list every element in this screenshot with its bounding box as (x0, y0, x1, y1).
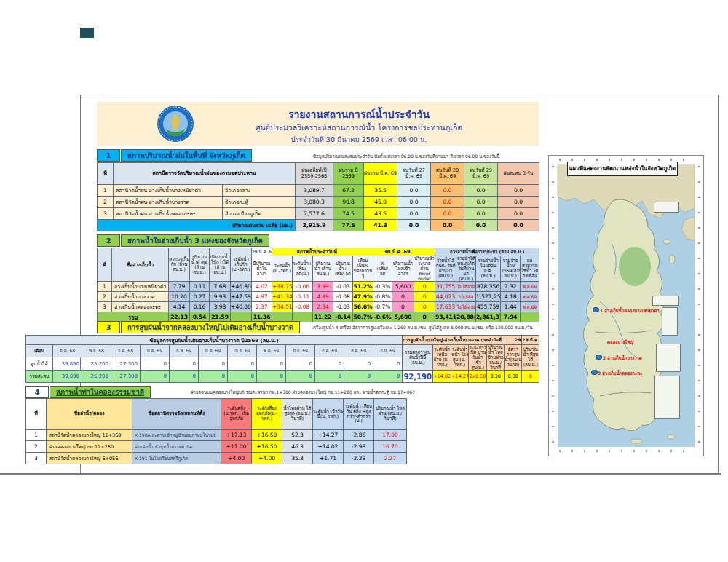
col-header: มิ.ย. 69 (286, 345, 315, 357)
phuket-map-graphic (549, 156, 703, 456)
col-header: มีปริมาณน้ำในอ่างฯ (252, 256, 272, 282)
col-header: เทียบเป็น% ของความจุ (353, 256, 373, 282)
table-cell: 1,527,257 (476, 292, 501, 302)
table-cell: อ่างเก็บน้ำบางเหนียวดำ (112, 282, 169, 292)
table-cell: 35.5 (364, 185, 397, 197)
table-cell: 0 (257, 371, 286, 383)
map-inset-box (654, 376, 680, 419)
table-cell: 1.44 (501, 302, 521, 312)
rainfall-table-head: ที่ สถานีตรวจวัดปริมาณน้ำฝนของกรมชลประทา… (98, 163, 539, 185)
table-cell: 4.18 (501, 292, 521, 302)
section1-number: 1 (97, 149, 120, 162)
table-cell: 67.2 (333, 185, 364, 197)
table-cell: 4.02 (252, 282, 272, 292)
table-cell: -0.03 (333, 282, 353, 292)
table-cell: 39,690 (53, 371, 82, 383)
table-cell: -0.08 (293, 302, 313, 312)
col-header: ชื่อลำน้ำ/คลอง (47, 399, 132, 430)
frame-right-line (718, 95, 719, 474)
map-inset-box (654, 202, 679, 213)
table-cell: 3,089.7 (296, 185, 333, 197)
frame-top-line (80, 95, 719, 95)
map-forest-park (619, 247, 651, 286)
table-cell: 0 (414, 302, 435, 312)
table-cell: สถานีวัดน้ำฝน อ่างเก็บน้ำคลองกะทะ (114, 208, 223, 220)
table-cell: +46.80 (231, 282, 252, 292)
table-cell: -0.14 (333, 312, 353, 322)
canal-row: 3สถานีวัดน้ำคลองบางใหญ่ 6+056X.191 ในโรง… (26, 453, 407, 464)
table-cell: +4.00 (221, 453, 252, 464)
frame-bottom-line-2 (0, 473, 721, 475)
table-cell: -0.6% (373, 312, 392, 322)
rainfall-table-body: 1สถานีวัดน้ำฝน อ่างเก็บน้ำบางเหนียวดำอำเ… (98, 185, 539, 220)
table-cell: 2,577.6 (296, 208, 333, 220)
col-header: ฝนวันที่ 27 มี.ค. 69 (397, 163, 431, 185)
table-cell: ปริมาณฝนรวม เฉลี่ย (มม.) (98, 220, 296, 231)
table-cell: 0.0 (498, 220, 539, 231)
report-subtitle: ศูนย์ประมวลวิเคราะห์สถานการณ์น้ำ โครงการ… (184, 122, 534, 134)
table-cell: 20,884 (456, 292, 476, 302)
map-islet (669, 255, 675, 264)
col-header: ระดับน้ำ+ เพิ่ม/-ลด(ม.) (293, 256, 313, 282)
pumping-table: ข้อมูลการสูบผันน้ำเติมอ่างเก็บน้ำบางวาด … (25, 335, 539, 383)
table-cell: 0.0 (397, 197, 431, 208)
table-cell: 0 (170, 371, 199, 383)
col-header: ฝนรวม ปี 2569 (333, 163, 364, 185)
table-cell: 0.0 (498, 208, 539, 220)
table-cell: +40.00 (231, 302, 252, 312)
today-band-date: 30 มี.ค. 69 (384, 249, 410, 255)
col-header: ก.ย. 69 (373, 345, 403, 357)
col-header: ปริมาณน้ำ ที่สูบได้ (ลบ.ม.) (522, 345, 539, 371)
table-cell: สถานีวัดน้ำคลองบางใหญ่ 6+056 (47, 453, 132, 464)
table-cell: 3 (98, 208, 114, 220)
reservoir-table-body: 1อ่างเก็บน้ำบางเหนียวดำ7.790.117.68+46.8… (98, 282, 539, 312)
map-tick-right (698, 166, 700, 446)
table-cell: อำเภอถลาง (223, 185, 296, 197)
col-header: ที่ (26, 399, 47, 430)
table-cell: 0 (373, 357, 403, 371)
col-header: ปริมาณน้ำ ไหลผ่าน (ลบ.ม./ วินาที) (374, 399, 407, 430)
table-cell: 0 (392, 292, 414, 302)
col-header: ระยะการเปิด บานรับน้ำเข้า สูบ(ม.) (469, 345, 487, 371)
col-header: ฝนเฉลี่ยทั้งปี 2559-2568 (296, 163, 333, 185)
table-cell: สถานีวัดน้ำฝน อ่างเก็บน้ำบางเหนียวดำ (114, 185, 223, 197)
table-cell: 1 (26, 430, 47, 441)
canal-row: 2ฝายคลองบางใหญ่ กม.11+280ฝายผันน้ำเข้าขุ… (26, 441, 407, 453)
col-header: ชื่อสถานีตรวจวัด/สถานที่ตั้ง (132, 399, 221, 430)
table-row: ข้อมูลการสูบผันน้ำเติมอ่างเก็บน้ำบางวาด … (26, 336, 539, 345)
table-cell: 0 (344, 371, 373, 383)
canal-row: 1สถานีวัดน้ำคลองบางใหญ่ 11+360X.190A สะพ… (26, 430, 407, 441)
pumping-right-title-text: การสูบผันน้ำบางใหญ่-อ่างเก็บน้ำบางวาด ปร… (403, 337, 502, 342)
table-cell: 0 (414, 282, 435, 292)
table-cell: +14.27 (313, 430, 344, 441)
table-cell: 0 (414, 292, 435, 302)
map-label-bangwad: 2 อ่างเก็บน้ำบางวาด (603, 355, 642, 362)
table-cell: 0.0 (498, 185, 539, 197)
col-header: ปริมาณน้ำ (ล้าน ลบ.ม.) (313, 256, 333, 282)
section2-title: สภาพน้ำในอ่างเก็บน้ำ 3 แห่งของจังหวัดภูเ… (121, 234, 269, 247)
table-cell: 0.11 (190, 282, 210, 292)
table-cell: -0.11 (293, 292, 313, 302)
canal-table-body: 1สถานีวัดน้ำคลองบางใหญ่ 11+360X.190A สะพ… (26, 430, 407, 464)
table-cell: 0.16 (190, 302, 210, 312)
table-cell: X.190A สะพานเข้าหมู่บ้านอนุภาษมโนรมย์ (132, 430, 221, 441)
col-header: ที่ (98, 248, 112, 282)
rainfall-table-total: ปริมาณฝนรวม เฉลี่ย (มม.)2,915.977.541.30… (98, 220, 539, 231)
pumping-right-date2: 29 มี.ค. 69 (522, 336, 539, 345)
table-cell: 3 (26, 453, 47, 464)
col-header: ฝนวันที่ 29 มี.ค. 69 (464, 163, 498, 185)
section1-title: สภาพปริมาณน้ำฝนในพื้นที่ จังหวัดภูเก็ต (121, 149, 252, 162)
reservoir-row: 1อ่างเก็บน้ำบางเหนียวดำ7.790.117.68+46.8… (98, 282, 539, 292)
table-cell (521, 312, 539, 322)
table-cell: 90.8 (333, 197, 364, 208)
report-header: รายงานสถานการณ์น้ำประจำวัน ศูนย์ประมวลวิ… (97, 102, 539, 146)
table-cell: ฝายคลองบางใหญ่ กม.11+280 (47, 441, 132, 453)
table-cell: 0.0 (397, 185, 431, 197)
table-cell: 44,023 (435, 292, 456, 302)
table-cell: 0.0 (431, 197, 464, 208)
map-tick-top (559, 159, 693, 161)
table-cell: 0 (199, 371, 228, 383)
table-cell: 0.0 (431, 208, 464, 220)
table-cell: 0.30 (505, 371, 522, 383)
table-cell: 4.14 (169, 302, 190, 312)
